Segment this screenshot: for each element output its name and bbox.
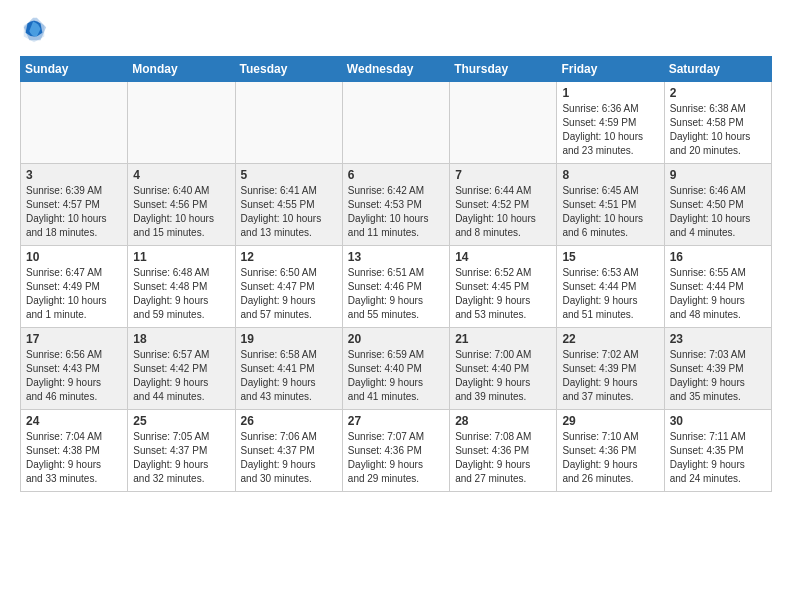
day-number: 4: [133, 168, 229, 182]
calendar-body: 1Sunrise: 6:36 AMSunset: 4:59 PMDaylight…: [21, 82, 772, 492]
day-cell: 28Sunrise: 7:08 AMSunset: 4:36 PMDayligh…: [450, 410, 557, 492]
day-number: 14: [455, 250, 551, 264]
day-cell: 9Sunrise: 6:46 AMSunset: 4:50 PMDaylight…: [664, 164, 771, 246]
day-number: 1: [562, 86, 658, 100]
day-cell: 22Sunrise: 7:02 AMSunset: 4:39 PMDayligh…: [557, 328, 664, 410]
day-number: 5: [241, 168, 337, 182]
day-cell: 20Sunrise: 6:59 AMSunset: 4:40 PMDayligh…: [342, 328, 449, 410]
day-number: 21: [455, 332, 551, 346]
day-detail: Sunrise: 6:44 AMSunset: 4:52 PMDaylight:…: [455, 184, 551, 240]
day-cell: 18Sunrise: 6:57 AMSunset: 4:42 PMDayligh…: [128, 328, 235, 410]
week-row-3: 10Sunrise: 6:47 AMSunset: 4:49 PMDayligh…: [21, 246, 772, 328]
day-cell: 1Sunrise: 6:36 AMSunset: 4:59 PMDaylight…: [557, 82, 664, 164]
day-cell: 19Sunrise: 6:58 AMSunset: 4:41 PMDayligh…: [235, 328, 342, 410]
day-number: 3: [26, 168, 122, 182]
day-detail: Sunrise: 7:11 AMSunset: 4:35 PMDaylight:…: [670, 430, 766, 486]
day-cell: 29Sunrise: 7:10 AMSunset: 4:36 PMDayligh…: [557, 410, 664, 492]
day-number: 6: [348, 168, 444, 182]
day-cell: 8Sunrise: 6:45 AMSunset: 4:51 PMDaylight…: [557, 164, 664, 246]
day-cell: 15Sunrise: 6:53 AMSunset: 4:44 PMDayligh…: [557, 246, 664, 328]
day-detail: Sunrise: 7:02 AMSunset: 4:39 PMDaylight:…: [562, 348, 658, 404]
day-number: 8: [562, 168, 658, 182]
day-number: 15: [562, 250, 658, 264]
day-detail: Sunrise: 7:00 AMSunset: 4:40 PMDaylight:…: [455, 348, 551, 404]
day-detail: Sunrise: 6:53 AMSunset: 4:44 PMDaylight:…: [562, 266, 658, 322]
day-cell: 12Sunrise: 6:50 AMSunset: 4:47 PMDayligh…: [235, 246, 342, 328]
day-detail: Sunrise: 6:36 AMSunset: 4:59 PMDaylight:…: [562, 102, 658, 158]
day-number: 22: [562, 332, 658, 346]
day-detail: Sunrise: 6:39 AMSunset: 4:57 PMDaylight:…: [26, 184, 122, 240]
day-detail: Sunrise: 6:55 AMSunset: 4:44 PMDaylight:…: [670, 266, 766, 322]
day-cell: 30Sunrise: 7:11 AMSunset: 4:35 PMDayligh…: [664, 410, 771, 492]
week-row-4: 17Sunrise: 6:56 AMSunset: 4:43 PMDayligh…: [21, 328, 772, 410]
day-cell: 13Sunrise: 6:51 AMSunset: 4:46 PMDayligh…: [342, 246, 449, 328]
weekday-thursday: Thursday: [450, 57, 557, 82]
day-detail: Sunrise: 6:38 AMSunset: 4:58 PMDaylight:…: [670, 102, 766, 158]
weekday-saturday: Saturday: [664, 57, 771, 82]
day-cell: 23Sunrise: 7:03 AMSunset: 4:39 PMDayligh…: [664, 328, 771, 410]
day-number: 10: [26, 250, 122, 264]
day-detail: Sunrise: 7:06 AMSunset: 4:37 PMDaylight:…: [241, 430, 337, 486]
weekday-friday: Friday: [557, 57, 664, 82]
day-cell: 24Sunrise: 7:04 AMSunset: 4:38 PMDayligh…: [21, 410, 128, 492]
weekday-tuesday: Tuesday: [235, 57, 342, 82]
day-number: 17: [26, 332, 122, 346]
day-number: 18: [133, 332, 229, 346]
day-number: 19: [241, 332, 337, 346]
week-row-1: 1Sunrise: 6:36 AMSunset: 4:59 PMDaylight…: [21, 82, 772, 164]
day-number: 25: [133, 414, 229, 428]
day-number: 13: [348, 250, 444, 264]
day-number: 2: [670, 86, 766, 100]
day-detail: Sunrise: 7:07 AMSunset: 4:36 PMDaylight:…: [348, 430, 444, 486]
page-container: SundayMondayTuesdayWednesdayThursdayFrid…: [0, 0, 792, 502]
weekday-monday: Monday: [128, 57, 235, 82]
day-cell: 17Sunrise: 6:56 AMSunset: 4:43 PMDayligh…: [21, 328, 128, 410]
day-number: 16: [670, 250, 766, 264]
day-number: 29: [562, 414, 658, 428]
day-detail: Sunrise: 6:57 AMSunset: 4:42 PMDaylight:…: [133, 348, 229, 404]
day-cell: 5Sunrise: 6:41 AMSunset: 4:55 PMDaylight…: [235, 164, 342, 246]
day-detail: Sunrise: 6:48 AMSunset: 4:48 PMDaylight:…: [133, 266, 229, 322]
day-detail: Sunrise: 6:40 AMSunset: 4:56 PMDaylight:…: [133, 184, 229, 240]
header: [20, 16, 772, 44]
day-detail: Sunrise: 7:10 AMSunset: 4:36 PMDaylight:…: [562, 430, 658, 486]
day-detail: Sunrise: 6:41 AMSunset: 4:55 PMDaylight:…: [241, 184, 337, 240]
day-number: 28: [455, 414, 551, 428]
day-detail: Sunrise: 6:52 AMSunset: 4:45 PMDaylight:…: [455, 266, 551, 322]
day-detail: Sunrise: 7:04 AMSunset: 4:38 PMDaylight:…: [26, 430, 122, 486]
logo-icon: [20, 16, 48, 44]
day-cell: 11Sunrise: 6:48 AMSunset: 4:48 PMDayligh…: [128, 246, 235, 328]
logo: [20, 16, 52, 44]
day-number: 7: [455, 168, 551, 182]
day-cell: 16Sunrise: 6:55 AMSunset: 4:44 PMDayligh…: [664, 246, 771, 328]
day-detail: Sunrise: 6:50 AMSunset: 4:47 PMDaylight:…: [241, 266, 337, 322]
day-cell: 4Sunrise: 6:40 AMSunset: 4:56 PMDaylight…: [128, 164, 235, 246]
day-cell: 26Sunrise: 7:06 AMSunset: 4:37 PMDayligh…: [235, 410, 342, 492]
day-detail: Sunrise: 7:03 AMSunset: 4:39 PMDaylight:…: [670, 348, 766, 404]
calendar-table: SundayMondayTuesdayWednesdayThursdayFrid…: [20, 56, 772, 492]
day-number: 11: [133, 250, 229, 264]
day-number: 20: [348, 332, 444, 346]
day-cell: 25Sunrise: 7:05 AMSunset: 4:37 PMDayligh…: [128, 410, 235, 492]
weekday-sunday: Sunday: [21, 57, 128, 82]
day-cell: [342, 82, 449, 164]
day-number: 24: [26, 414, 122, 428]
day-detail: Sunrise: 6:51 AMSunset: 4:46 PMDaylight:…: [348, 266, 444, 322]
day-cell: 21Sunrise: 7:00 AMSunset: 4:40 PMDayligh…: [450, 328, 557, 410]
day-number: 23: [670, 332, 766, 346]
weekday-header-row: SundayMondayTuesdayWednesdayThursdayFrid…: [21, 57, 772, 82]
day-cell: [450, 82, 557, 164]
day-cell: 3Sunrise: 6:39 AMSunset: 4:57 PMDaylight…: [21, 164, 128, 246]
day-detail: Sunrise: 6:47 AMSunset: 4:49 PMDaylight:…: [26, 266, 122, 322]
day-cell: 27Sunrise: 7:07 AMSunset: 4:36 PMDayligh…: [342, 410, 449, 492]
day-cell: 2Sunrise: 6:38 AMSunset: 4:58 PMDaylight…: [664, 82, 771, 164]
day-cell: 14Sunrise: 6:52 AMSunset: 4:45 PMDayligh…: [450, 246, 557, 328]
weekday-wednesday: Wednesday: [342, 57, 449, 82]
day-detail: Sunrise: 6:45 AMSunset: 4:51 PMDaylight:…: [562, 184, 658, 240]
day-number: 30: [670, 414, 766, 428]
day-cell: [128, 82, 235, 164]
day-detail: Sunrise: 6:46 AMSunset: 4:50 PMDaylight:…: [670, 184, 766, 240]
day-detail: Sunrise: 7:05 AMSunset: 4:37 PMDaylight:…: [133, 430, 229, 486]
day-cell: [235, 82, 342, 164]
week-row-5: 24Sunrise: 7:04 AMSunset: 4:38 PMDayligh…: [21, 410, 772, 492]
